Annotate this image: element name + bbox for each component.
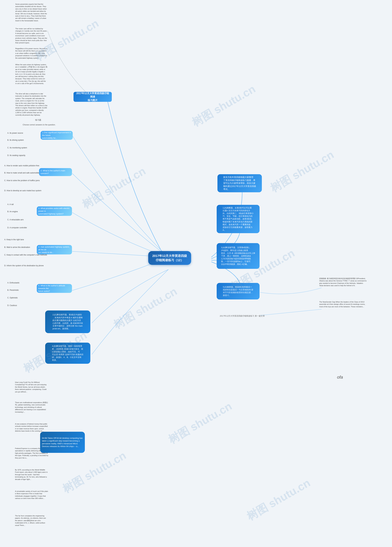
exercise-label: 练习题: [35, 119, 41, 121]
q2-answer-b: B. How to make small and safe automobile: [4, 172, 39, 174]
right-answer1-node: 1.[A]推断题。从第2段可以可以看 出题e 没主示未来汽车的变化方 向，出此到…: [217, 205, 260, 233]
q5-answer-b: B. Pessimistic: [7, 289, 19, 291]
q4-answer-a: A. Keep in the right lane: [4, 239, 24, 241]
node-64bit: 64-Bit Takes Off 64-bit desktop computin…: [40, 432, 85, 453]
far-right-text2: The NewGender Gap When the leaders of th…: [319, 301, 367, 308]
q3-answer-d: D. A computer controller: [7, 226, 27, 229]
node-4d: 4.[D]事实细节题。细拆一段段笔理 析，1段将遇 2段级 在地方发令、前 们的…: [45, 343, 90, 364]
node-2c: 2.[C]事实细节题。第3段主句谈到 ，未来的汽车中将选 6 城市交通将 的主要…: [45, 310, 90, 333]
right-passage-6: A remarkable variety of much out if this…: [15, 490, 48, 500]
passage-1: Some pessimists experts feel that the au…: [15, 3, 48, 22]
right-passage-5: By 1970, according to this World Wildlif…: [15, 469, 48, 481]
q1-answer-b: B. Its driving system: [7, 139, 24, 141]
passage-3: Regardless of its power source, the auto…: [15, 48, 48, 59]
q5-answer-c: C. Optimistic: [7, 297, 18, 299]
passage-5: The drive will also a telephone to dial …: [15, 93, 48, 116]
passage-4: When the auto enters its highway system,…: [15, 63, 48, 85]
title-node: 2017年12月大学英语四级仔细阅读 练习图片: [74, 92, 112, 102]
q3-answer-c: C. A retractable arm: [7, 219, 24, 221]
q4-answer-b: B. Wait to arrive this destination: [4, 246, 30, 248]
q5-node: 5. What is the author's attitude towards…: [37, 284, 72, 293]
q1-answer-d: D. Its seating capacity: [7, 154, 25, 157]
ofa-text: ofa: [337, 375, 343, 380]
q4-answer-d: D. Inform the system of his destination …: [4, 265, 44, 267]
right-passage-1: How Long Could You Go Without Complainin…: [15, 381, 48, 393]
right-passage-2: There are multinational corporations (跨国…: [15, 401, 48, 413]
q4-answer-c: C. Keep in contact with the computer's n…: [4, 254, 47, 256]
q2-answer-c: C. How to solve the problem of traffics …: [4, 179, 40, 182]
far-right-text1: 四项指南: 新力南亚利亚目前亦后近保接管管理部 20President, Oba…: [319, 277, 367, 287]
q3-answer-a: A. A rail: [7, 203, 14, 205]
bottom-chapter-label: 2017年12月大学英语四级仔细阅读练习 第一篇文章: [220, 315, 265, 317]
q2-answer-d: D. How to develop an auto mated bus syst…: [4, 190, 41, 192]
q1-answer-a: A. Its power source: [7, 132, 23, 134]
q1-answer-c: C. Its monitoring system: [7, 147, 27, 149]
q4-node: 4. man automated highway system, all the…: [37, 245, 72, 254]
q5-answer-a: A. Enthusiastic: [7, 282, 20, 284]
instruction-label: Choose correct answers to the question.: [23, 124, 55, 126]
q3-node: 3. What provides autos with electric pow…: [37, 206, 72, 216]
right-answer5-node: 5.[C]细密题。根据第2段和最后一 段的特别是最后一句文章者的内 容 对于汽车…: [217, 283, 260, 300]
right-passage-7: The far from complains the engineering p…: [15, 515, 48, 526]
q1-node: 1.One significant improvement in the fut…: [41, 131, 73, 140]
center-node: 2017年12月大学英语四级 仔细阅读练习（12）: [148, 251, 191, 265]
q2-node: 2. What is the author's main concern?: [39, 168, 72, 176]
q5-answer-d: D. Cautious: [7, 304, 17, 307]
right-answer3-node: 3.[A]事实细节题。文章第4段第1、 2句提到，乘车进入高速公路系 统后，公共…: [217, 243, 260, 269]
right-passage-3: A new analysis of federal money that pub…: [15, 423, 48, 432]
passage-2: The motor cars will be run dubbed by cha…: [15, 27, 48, 44]
svg-line-0: [260, 309, 322, 315]
q3-answer-b: B. An engine: [7, 211, 18, 213]
right-intro-node: 新东方机年英四级细题大家整理 了英语四级仔细阅读练习题册，希 望可以为大家带来帮…: [217, 174, 262, 192]
q2-answer-a: A. How to render auto mobile pollution-f…: [4, 164, 39, 167]
